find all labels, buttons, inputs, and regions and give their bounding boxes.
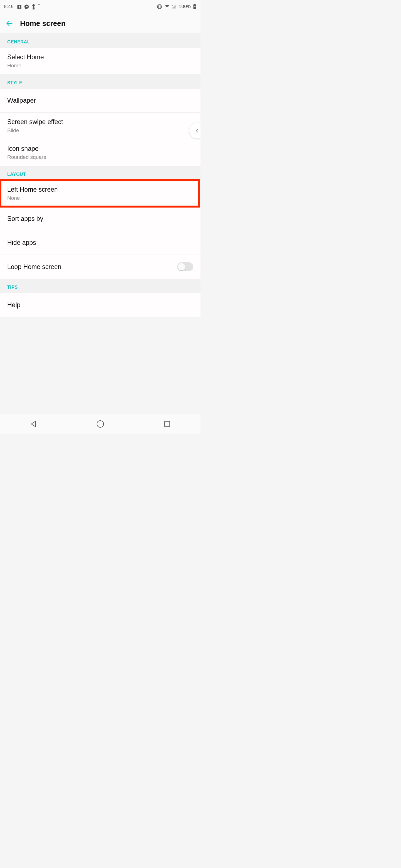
navigation-bar <box>0 414 200 434</box>
item-title: Sort apps by <box>7 215 193 223</box>
item-title: Loop Home screen <box>7 263 61 271</box>
messenger-icon <box>24 4 29 9</box>
battery-icon <box>193 4 197 9</box>
item-subtitle: Slide <box>7 127 193 133</box>
item-title: Wallpaper <box>7 97 193 104</box>
item-title: Hide apps <box>7 239 193 247</box>
item-sort-apps-by[interactable]: Sort apps by <box>0 207 200 231</box>
section-tips: Help <box>0 293 200 317</box>
item-subtitle: None <box>7 195 193 201</box>
battery-percent: 100% <box>179 4 191 9</box>
chevron-left-icon <box>195 127 200 134</box>
item-select-home[interactable]: Select Home Home <box>0 48 200 74</box>
svg-rect-6 <box>165 422 170 427</box>
nav-recent-button[interactable] <box>162 419 172 429</box>
more-notifs-icon: ••• <box>38 3 40 7</box>
toggle-knob <box>178 263 185 271</box>
section-general: Select Home Home <box>0 48 200 74</box>
item-wallpaper[interactable]: Wallpaper <box>0 89 200 113</box>
loop-toggle[interactable] <box>177 262 193 271</box>
item-title: Icon shape <box>7 145 193 152</box>
svg-point-5 <box>97 421 104 427</box>
nav-back-button[interactable] <box>28 419 38 429</box>
item-subtitle: Home <box>7 63 193 69</box>
section-layout: Left Home screen None Sort apps by Hide … <box>0 180 200 279</box>
item-title: Select Home <box>7 54 193 61</box>
item-left-home-screen[interactable]: Left Home screen None <box>0 180 200 207</box>
item-title: Left Home screen <box>7 186 193 193</box>
item-icon-shape[interactable]: Icon shape Rounded square <box>0 140 200 166</box>
section-header-general: GENERAL <box>0 33 200 48</box>
svg-rect-4 <box>194 4 196 5</box>
facebook-icon <box>17 4 22 9</box>
page-title: Home screen <box>20 19 65 28</box>
nav-home-button[interactable] <box>95 419 105 429</box>
section-style: Wallpaper Screen swipe effect Slide Icon… <box>0 89 200 166</box>
back-arrow-icon[interactable] <box>6 20 13 27</box>
svg-rect-1 <box>158 5 161 9</box>
section-header-style: STYLE <box>0 74 200 89</box>
section-header-tips: TIPS <box>0 279 200 293</box>
section-header-layout: LAYOUT <box>0 166 200 180</box>
keyhole-icon <box>31 4 36 9</box>
app-bar: Home screen <box>0 13 200 33</box>
item-title: Screen swipe effect <box>7 118 193 126</box>
status-right: × 100% <box>156 4 197 9</box>
item-hide-apps[interactable]: Hide apps <box>0 231 200 255</box>
wifi-icon <box>164 4 170 9</box>
vibrate-icon <box>156 4 163 9</box>
item-screen-swipe-effect[interactable]: Screen swipe effect Slide <box>0 113 200 140</box>
status-time: 8:49 <box>4 4 13 9</box>
signal-icon: × <box>172 4 177 9</box>
item-help[interactable]: Help <box>0 293 200 317</box>
item-subtitle: Rounded square <box>7 154 193 160</box>
svg-text:×: × <box>172 4 173 7</box>
item-loop-home-screen[interactable]: Loop Home screen <box>0 255 200 279</box>
status-left: 8:49 ••• <box>4 4 40 9</box>
status-bar: 8:49 ••• × 100% <box>0 0 200 13</box>
item-title: Help <box>7 301 193 309</box>
